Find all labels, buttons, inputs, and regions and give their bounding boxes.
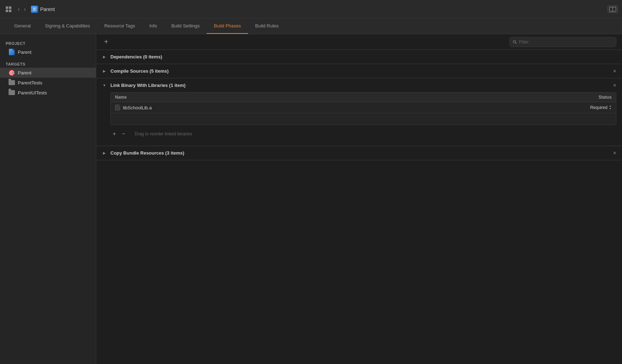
svg-rect-2: [6, 10, 8, 12]
filter-icon: [513, 40, 517, 44]
phase-compile-sources-close[interactable]: ×: [613, 68, 616, 74]
project-icon: [31, 6, 38, 13]
phase-copy-bundle-header[interactable]: ▶ Copy Bundle Resources (3 items) ×: [96, 146, 622, 160]
remove-library-button[interactable]: −: [120, 130, 128, 138]
table-empty-row: [111, 113, 616, 125]
tab-resource-tags[interactable]: Resource Tags: [97, 19, 142, 34]
svg-rect-5: [33, 8, 36, 9]
drag-hint: Drag to reorder linked binaries: [135, 131, 192, 136]
collapse-triangle-link: ▼: [102, 83, 107, 88]
lib-row-name: libSchoolLib.a: [115, 105, 569, 110]
phase-compile-sources: ▶ Compile Sources (5 items) ×: [96, 64, 622, 78]
project-title: Parent: [31, 6, 55, 13]
sidebar-item-project[interactable]: Parent: [0, 47, 96, 57]
svg-rect-3: [9, 10, 11, 12]
add-library-button[interactable]: +: [110, 130, 118, 138]
phase-link-binary-body: Name Status libSchoolLib.a Required: [96, 92, 622, 146]
tab-signing[interactable]: Signing & Capabilities: [38, 19, 97, 34]
phase-dependencies-header[interactable]: ▶ Dependencies (0 items): [96, 50, 622, 64]
project-name: Parent: [40, 6, 55, 12]
lib-row-status: Required ▲ ▼: [569, 105, 612, 110]
split-view-button[interactable]: [608, 6, 618, 13]
phase-link-binary: ▼ Link Binary With Libraries (1 item) × …: [96, 78, 622, 146]
phase-copy-bundle: ▶ Copy Bundle Resources (3 items) ×: [96, 146, 622, 160]
grid-icon[interactable]: [4, 5, 13, 14]
sidebar-item-parent-uitests[interactable]: ParentUITests: [0, 88, 96, 98]
lib-file-icon: [115, 105, 120, 110]
tab-build-rules[interactable]: Build Rules: [248, 19, 286, 34]
content-area: + ▶ Dependencies (0 items): [96, 34, 622, 364]
svg-rect-0: [6, 6, 8, 9]
main-layout: PROJECT Parent TARGETS 🎯 Parent ParentTe…: [0, 34, 622, 364]
phases-content: ▶ Dependencies (0 items) ▶ Compile Sourc…: [96, 50, 622, 364]
phase-dependencies-title: Dependencies (0 items): [110, 54, 162, 59]
phase-compile-sources-title: Compile Sources (5 items): [110, 68, 169, 74]
lib-status-label: Required: [590, 105, 607, 110]
sidebar-target-parent-label: Parent: [18, 70, 31, 76]
target-icon-parent: 🎯: [9, 69, 15, 76]
tab-build-settings[interactable]: Build Settings: [164, 19, 207, 34]
tab-build-phases[interactable]: Build Phases: [207, 19, 248, 34]
targets-section-header: TARGETS: [0, 61, 96, 68]
svg-rect-1: [9, 6, 11, 9]
col-name-header: Name: [115, 95, 569, 100]
col-status-header: Status: [569, 95, 612, 100]
filter-field[interactable]: [509, 37, 616, 47]
project-file-icon: [9, 49, 15, 55]
phase-link-binary-close[interactable]: ×: [613, 83, 616, 88]
sidebar-target-parenttests-label: ParentTests: [18, 80, 42, 85]
forward-button[interactable]: ›: [22, 5, 27, 13]
tab-info[interactable]: Info: [142, 19, 164, 34]
phase-copy-bundle-title: Copy Bundle Resources (3 items): [110, 150, 184, 156]
content-toolbar: +: [96, 34, 622, 50]
table-row: libSchoolLib.a Required ▲ ▼: [111, 102, 616, 113]
folder-icon-parent-tests: [9, 79, 15, 86]
svg-rect-6: [33, 9, 35, 10]
svg-rect-7: [33, 10, 36, 11]
phase-compile-sources-header[interactable]: ▶ Compile Sources (5 items) ×: [96, 64, 622, 78]
add-phase-button[interactable]: +: [102, 38, 110, 46]
phase-copy-bundle-close[interactable]: ×: [613, 150, 616, 156]
back-button[interactable]: ‹: [16, 5, 21, 13]
tab-bar: General Signing & Capabilities Resource …: [0, 19, 622, 34]
lib-name-label: libSchoolLib.a: [123, 105, 152, 110]
phase-add-remove-toolbar: + − Drag to reorder linked binaries: [110, 128, 616, 140]
sidebar-target-parentuitests-label: ParentUITests: [18, 90, 47, 95]
project-section-header: PROJECT: [0, 40, 96, 47]
sidebar: PROJECT Parent TARGETS 🎯 Parent ParentTe…: [0, 34, 96, 364]
status-stepper[interactable]: ▲ ▼: [609, 105, 612, 110]
libraries-table: Name Status libSchoolLib.a Required: [110, 92, 616, 125]
filter-input[interactable]: [519, 40, 613, 45]
collapse-triangle-dependencies: ▶: [102, 54, 107, 59]
sidebar-item-parent-tests[interactable]: ParentTests: [0, 78, 96, 88]
tab-general[interactable]: General: [7, 19, 38, 34]
folder-icon-parent-uitests: [9, 89, 15, 96]
title-bar-right: [608, 6, 618, 13]
collapse-triangle-compile: ▶: [102, 69, 107, 74]
phase-link-binary-header[interactable]: ▼ Link Binary With Libraries (1 item) ×: [96, 78, 622, 92]
svg-line-11: [515, 42, 517, 43]
table-header: Name Status: [111, 93, 616, 102]
sidebar-item-parent[interactable]: 🎯 Parent: [0, 68, 96, 78]
phase-link-binary-title: Link Binary With Libraries (1 item): [110, 83, 186, 88]
title-bar: ‹ › Parent: [0, 0, 622, 19]
sidebar-project-label: Parent: [18, 50, 31, 55]
collapse-triangle-copy: ▶: [102, 151, 107, 156]
phase-dependencies: ▶ Dependencies (0 items): [96, 50, 622, 64]
nav-buttons: ‹ ›: [16, 5, 27, 13]
